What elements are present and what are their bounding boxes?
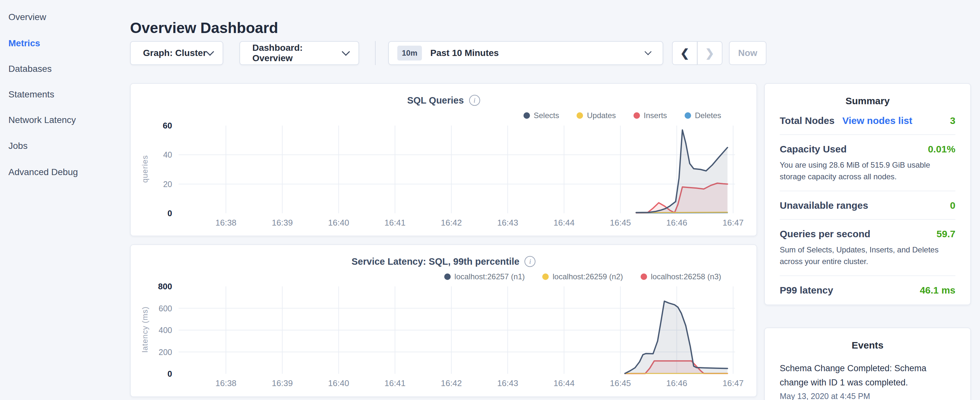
x-axis-tick: 16:46 bbox=[654, 218, 700, 228]
stat-value: 59.7 bbox=[937, 228, 955, 239]
x-axis-tick: 16:45 bbox=[598, 218, 643, 228]
sidebar-item-advanced-debug[interactable]: Advanced Debug bbox=[8, 166, 78, 178]
events-title: Events bbox=[780, 340, 955, 351]
stat-value: 46.1 ms bbox=[920, 285, 955, 296]
sidebar-item-overview[interactable]: Overview bbox=[8, 11, 46, 23]
stat-row-total-nodes: Total Nodes View nodes list 3 bbox=[780, 107, 955, 135]
y-axis-tick: 0 bbox=[140, 208, 172, 218]
stat-label: P99 latency bbox=[780, 285, 833, 296]
service-latency-chart-card: Service Latency: SQL, 99th percentile i … bbox=[130, 244, 757, 397]
time-range-label: Past 10 Minutes bbox=[430, 48, 499, 58]
dashboard-dropdown[interactable]: Dashboard: Overview bbox=[239, 41, 359, 65]
x-axis-tick: 16:42 bbox=[429, 378, 474, 388]
chevron-down-icon bbox=[644, 48, 652, 55]
x-axis-tick: 16:39 bbox=[259, 378, 305, 388]
stat-label: Queries per second bbox=[780, 228, 870, 239]
x-axis-tick: 16:38 bbox=[203, 218, 248, 228]
dashboard-dropdown-label: Dashboard: Overview bbox=[252, 43, 343, 64]
series-area-localhost:26257 (n1) bbox=[625, 301, 728, 374]
x-axis-tick: 16:38 bbox=[203, 378, 248, 388]
x-axis-tick: 16:45 bbox=[598, 378, 643, 388]
sidebar-item-jobs[interactable]: Jobs bbox=[8, 140, 27, 152]
y-axis-tick: 0 bbox=[140, 369, 172, 379]
x-axis-tick: 16:40 bbox=[316, 218, 361, 228]
stat-label: Unavailable ranges bbox=[780, 200, 868, 211]
y-axis-label: latency (ms) bbox=[140, 291, 150, 368]
y-axis-label: queries bbox=[140, 130, 150, 208]
events-panel: Events Schema Change Completed: Schema c… bbox=[764, 328, 971, 400]
x-axis-tick: 16:44 bbox=[541, 218, 587, 228]
x-axis-tick: 16:39 bbox=[259, 218, 305, 228]
sql-queries-chart-card: SQL Queries i SelectsUpdatesInsertsDelet… bbox=[130, 83, 757, 236]
stat-label: Capacity Used bbox=[780, 144, 847, 155]
time-range-selector[interactable]: 10m Past 10 Minutes bbox=[388, 41, 663, 65]
y-axis-tick: 800 bbox=[140, 281, 172, 292]
stat-row-queries-per-second: Queries per second 59.7 Sum of Selects, … bbox=[780, 220, 955, 276]
time-range-badge: 10m bbox=[397, 46, 422, 61]
sidebar-item-databases[interactable]: Databases bbox=[8, 63, 52, 75]
stat-row-p99-latency: P99 latency 46.1 ms bbox=[780, 276, 955, 304]
time-step-forward-button[interactable]: ❯ bbox=[698, 42, 722, 64]
graph-scope-dropdown[interactable]: Graph: Cluster bbox=[130, 41, 223, 65]
x-axis-tick: 16:41 bbox=[372, 378, 418, 388]
summary-title: Summary bbox=[780, 96, 955, 107]
x-axis-tick: 16:43 bbox=[485, 378, 530, 388]
now-button[interactable]: Now bbox=[729, 41, 767, 65]
page-title: Overview Dashboard bbox=[130, 19, 278, 37]
time-step-back-button[interactable]: ❮ bbox=[673, 42, 698, 64]
stat-label: Total Nodes bbox=[780, 115, 834, 126]
time-step-buttons: ❮ ❯ bbox=[672, 41, 722, 65]
chart-plot-area[interactable] bbox=[131, 245, 756, 397]
x-axis-tick: 16:43 bbox=[485, 218, 530, 228]
x-axis-tick: 16:42 bbox=[429, 218, 474, 228]
x-axis-tick: 16:41 bbox=[372, 218, 418, 228]
sidebar-item-metrics[interactable]: Metrics bbox=[8, 37, 40, 49]
sidebar-item-network-latency[interactable]: Network Latency bbox=[8, 114, 76, 126]
summary-panel: Summary Total Nodes View nodes list 3 Ca… bbox=[764, 83, 971, 305]
toolbar-divider bbox=[375, 41, 375, 65]
x-axis-tick: 16:44 bbox=[541, 378, 587, 388]
view-nodes-list-link[interactable]: View nodes list bbox=[842, 115, 912, 126]
x-axis-tick: 16:47 bbox=[711, 378, 756, 388]
x-axis-tick: 16:47 bbox=[711, 218, 756, 228]
chevron-down-icon bbox=[206, 48, 214, 56]
stat-row-capacity-used: Capacity Used 0.01% You are using 28.6 M… bbox=[780, 135, 955, 191]
stat-row-unavailable-ranges: Unavailable ranges 0 bbox=[780, 191, 955, 220]
stat-value: 0 bbox=[950, 200, 955, 211]
graph-scope-dropdown-label: Graph: Cluster bbox=[143, 48, 207, 58]
overview-dashboard-page: { "sidebar": { "items": [ {"label": "Ove… bbox=[0, 0, 980, 400]
event-item-timestamp: May 13, 2020 at 4:45 PM bbox=[780, 392, 955, 400]
stat-description: You are using 28.6 MiB of 515.9 GiB usab… bbox=[780, 159, 955, 183]
chart-plot-area[interactable] bbox=[131, 84, 756, 236]
x-axis-tick: 16:40 bbox=[316, 378, 361, 388]
stat-value: 0.01% bbox=[928, 144, 955, 155]
x-axis-tick: 16:46 bbox=[654, 378, 700, 388]
stat-description: Sum of Selects, Updates, Inserts, and De… bbox=[780, 244, 955, 267]
y-axis-tick: 60 bbox=[140, 120, 172, 131]
stat-value: 3 bbox=[950, 115, 955, 126]
sidebar-item-statements[interactable]: Statements bbox=[8, 88, 54, 100]
event-item-text: Schema Change Completed: Schema change w… bbox=[780, 361, 935, 390]
